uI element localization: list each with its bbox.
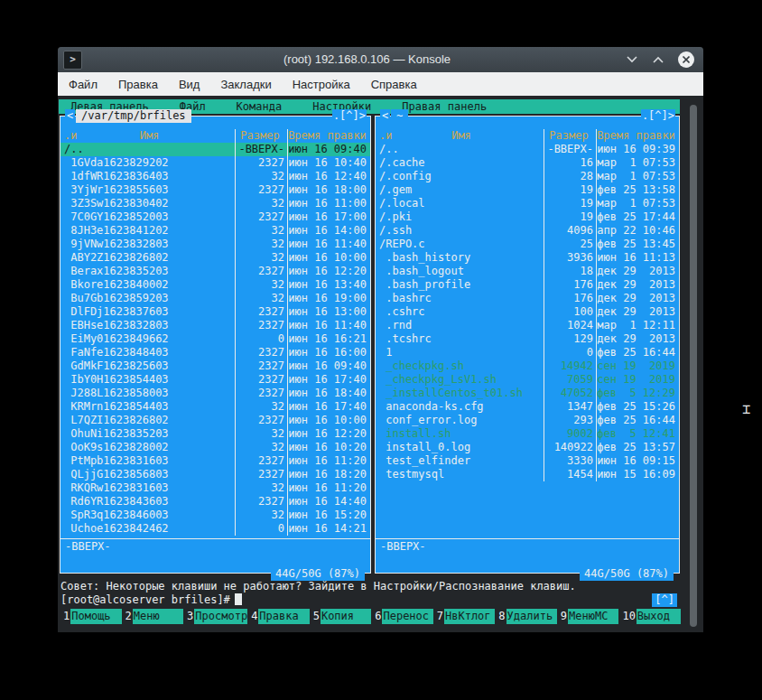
- file-row[interactable]: /.config28мар 1 07:53: [376, 170, 679, 183]
- fkey-1[interactable]: 1Помощь: [60, 609, 122, 624]
- maximize-icon[interactable]: [652, 53, 664, 66]
- file-row[interactable]: 3Z3Sw162383040232июн 16 11:00: [60, 197, 370, 210]
- close-icon[interactable]: [678, 51, 694, 68]
- file-row[interactable]: /.local19мар 1 07:53: [376, 197, 679, 210]
- file-mtime: июн 16 18:40: [287, 387, 370, 400]
- left-panel-path[interactable]: /var/tmp/brfiles: [76, 109, 191, 123]
- file-row[interactable]: .rnd1024мар 1 12:11: [376, 319, 679, 332]
- right-column-header-mtime[interactable]: Время правки: [596, 129, 679, 143]
- konsole-menu-item-5[interactable]: Справка: [371, 78, 417, 91]
- file-row[interactable]: .bashrc176дек 29 2013: [376, 292, 679, 305]
- window-titlebar[interactable]: > (root) 192.168.0.106 — Konsole: [58, 47, 703, 72]
- shell-prompt-line[interactable]: [root@alcoserver brfiles]# [^]: [60, 593, 701, 607]
- fkey-3[interactable]: 3Просмотр: [183, 609, 247, 624]
- konsole-menu-item-3[interactable]: Закладки: [220, 78, 271, 91]
- file-row[interactable]: Bkore162384000232июн 16 13:40: [60, 278, 370, 292]
- left-column-header-size[interactable]: Размер: [235, 129, 287, 143]
- right-panel-history-right-mark[interactable]: .[^]>: [641, 109, 675, 123]
- file-row[interactable]: _checkpkg_LsV1.sh7059сен 19 2019: [376, 373, 679, 387]
- file-row[interactable]: 8JH3e162384120232июн 16 14:00: [60, 224, 370, 238]
- file-row[interactable]: PtMpb16238316032327июн 16 11:20: [60, 454, 370, 468]
- file-row[interactable]: .tcshrc129дек 29 2013: [376, 332, 679, 346]
- file-row[interactable]: install.sh9002фев 5 12:41: [376, 427, 679, 441]
- fkey-4[interactable]: 4Правка: [247, 609, 310, 624]
- right-panel-path[interactable]: ~: [391, 109, 408, 123]
- scrollbar-thumb[interactable]: [690, 105, 697, 627]
- file-row[interactable]: FaNfe16238484032327июн 16 16:00: [60, 346, 370, 359]
- file-row[interactable]: test_elfinder3330июн 16 09:15: [376, 454, 679, 468]
- file-size: 19: [544, 197, 596, 210]
- mc-menu-item-4[interactable]: Правая панель: [402, 99, 487, 114]
- left-column-header-mtime[interactable]: Время правки: [287, 129, 370, 143]
- file-row[interactable]: install_0.log140922фев 25 13:57: [376, 441, 679, 454]
- konsole-menu-item-2[interactable]: Вид: [179, 78, 200, 91]
- file-row[interactable]: .bash_profile176дек 29 2013: [376, 278, 679, 292]
- file-row[interactable]: 1GVda16238292022327июн 16 10:40: [60, 156, 370, 170]
- file-mtime: июн 16 18:20: [287, 468, 370, 481]
- fkey-9[interactable]: 9МенюМС: [557, 609, 619, 624]
- file-row[interactable]: .bash_history3936июн 16 11:13: [376, 251, 679, 265]
- right-column-header-name[interactable]: Имя.и: [376, 129, 544, 143]
- file-row[interactable]: 1dfWR162383640332июн 16 12:40: [60, 170, 370, 183]
- file-row[interactable]: SpR3q162384600332июн 16 15:20: [60, 509, 370, 522]
- mc-left-panel[interactable]: </var/tmp/brfiles.[^]>Имя.иРазмерВремя п…: [60, 116, 371, 574]
- fkey-8[interactable]: 8Удалить: [495, 609, 557, 624]
- file-row[interactable]: _installCentos_t01.sh47052фев 5 12:29: [376, 387, 679, 400]
- left-panel-history-left-mark[interactable]: <: [65, 109, 75, 123]
- konsole-menu-item-4[interactable]: Настройка: [293, 78, 350, 91]
- file-row[interactable]: KRMrn162385440332июн 16 17:40: [60, 400, 370, 414]
- file-row[interactable]: QLjjG16238568032327июн 16 18:20: [60, 468, 370, 481]
- file-name: QLjjG1623856803: [60, 468, 235, 481]
- minimize-icon[interactable]: [626, 53, 638, 66]
- file-row[interactable]: Bu7Gb162385920332июн 16 19:00: [60, 292, 370, 305]
- file-row[interactable]: /..-ВВЕРХ-июн 16 09:40: [60, 143, 370, 156]
- file-row[interactable]: L7QZI16238268022327июн 16 10:00: [60, 414, 370, 427]
- file-row[interactable]: GdMkF16238256032327июн 16 09:40: [60, 359, 370, 373]
- file-row[interactable]: testmysql1454июн 15 16:09: [376, 468, 679, 481]
- file-row[interactable]: .bash_logout18дек 29 2013: [376, 265, 679, 278]
- file-row[interactable]: /.gem19фев 25 13:58: [376, 183, 679, 197]
- file-mtime: сен 19 2019: [596, 373, 679, 387]
- mc-menu-item-2[interactable]: Команда: [237, 99, 283, 114]
- file-row[interactable]: 7C0GY16238520032327июн 16 17:00: [60, 210, 370, 224]
- file-row[interactable]: /.ssh4096апр 22 10:46: [376, 224, 679, 238]
- file-row[interactable]: J288L16238580032327июн 16 18:40: [60, 387, 370, 400]
- file-row[interactable]: /.pki19фев 25 17:44: [376, 210, 679, 224]
- file-row[interactable]: ABY2Z162382680232июн 16 10:00: [60, 251, 370, 265]
- file-row[interactable]: /..-ВВЕРХ-июн 16 09:39: [376, 143, 679, 156]
- right-column-header-size[interactable]: Размер: [544, 129, 596, 143]
- file-row[interactable]: OhuNi162383520332июн 16 12:20: [60, 427, 370, 441]
- panel-scroll-up-button[interactable]: [^]: [652, 593, 677, 607]
- fkey-6[interactable]: 6Перенос: [371, 609, 433, 624]
- file-row[interactable]: Uchoe16238424620июн 16 14:21: [60, 522, 370, 536]
- file-row[interactable]: /.cache16мар 1 07:53: [376, 156, 679, 170]
- file-row[interactable]: 9jVNw162383280332июн 16 11:40: [60, 238, 370, 251]
- konsole-menu-item-1[interactable]: Правка: [118, 78, 158, 91]
- file-row[interactable]: EBHse16238328032327июн 16 11:40: [60, 319, 370, 332]
- file-row[interactable]: conf_error.log293фев 25 16:44: [376, 414, 679, 427]
- fkey-7[interactable]: 7НвКтлог: [433, 609, 496, 624]
- fkey-2[interactable]: 2Меню: [122, 609, 184, 624]
- konsole-menu-item-0[interactable]: Файл: [69, 78, 98, 91]
- file-row[interactable]: anaconda-ks.cfg1347фев 25 15:26: [376, 400, 679, 414]
- file-row[interactable]: IbY0H16238544032327июн 16 17:40: [60, 373, 370, 387]
- mc-function-key-bar: 1Помощь2Меню3Просмотр4Правка5Копия6Перен…: [60, 609, 681, 624]
- file-row[interactable]: OoK9s162382800232июн 16 10:20: [60, 441, 370, 454]
- file-row[interactable]: /REPO.c25фев 25 13:45: [376, 238, 679, 251]
- left-column-header-name[interactable]: Имя.и: [60, 129, 235, 143]
- left-panel-history-right-mark[interactable]: .[^]>: [332, 109, 367, 123]
- file-row[interactable]: EiMy016238496620июн 16 16:21: [60, 332, 370, 346]
- fkey-10[interactable]: 10Выход: [618, 609, 681, 624]
- file-row[interactable]: _checkpkg.sh14942сен 19 2019: [376, 359, 679, 373]
- file-row[interactable]: Berax16238352032327июн 16 12:20: [60, 265, 370, 278]
- right-panel-history-left-mark[interactable]: <: [380, 109, 390, 123]
- file-row[interactable]: .cshrc100дек 29 2013: [376, 305, 679, 319]
- mc-right-panel[interactable]: <~.[^]>Имя.иРазмерВремя правки/..-ВВЕРХ-…: [375, 116, 680, 574]
- file-row[interactable]: Rd6YR16238436032327июн 16 14:40: [60, 495, 370, 509]
- file-row[interactable]: 3YjWr16238556032327июн 16 18:00: [60, 183, 370, 197]
- terminal-area[interactable]: Левая панельФайлКомандаНастройкиПравая п…: [58, 96, 703, 632]
- file-row[interactable]: 10фев 25 16:44: [376, 346, 679, 359]
- file-row[interactable]: DlFDj16238376032327июн 16 13:00: [60, 305, 370, 319]
- fkey-5[interactable]: 5Копия: [310, 609, 372, 624]
- file-row[interactable]: RKQRw162383160332июн 16 11:20: [60, 481, 370, 495]
